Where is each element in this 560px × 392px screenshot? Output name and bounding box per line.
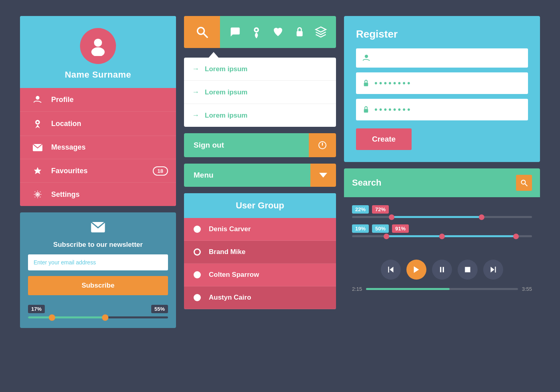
menu-chevron-button[interactable] [310, 164, 336, 187]
player-play-button[interactable] [406, 260, 426, 280]
player-card: 2:15 3:55 [344, 252, 540, 300]
svg-rect-24 [440, 267, 441, 272]
register-title: Register [356, 28, 528, 40]
user-item-2[interactable]: Colten Sparrow [184, 264, 336, 286]
nav-label-messages: Messages [51, 143, 86, 152]
search-header: Search [344, 168, 540, 197]
search-slider2-fill [386, 235, 516, 237]
heart-icon[interactable] [272, 26, 284, 38]
search-slider1-tag2: 72% [372, 205, 389, 214]
location-icon[interactable] [251, 26, 262, 38]
password-field-1[interactable]: •••••••• [356, 72, 528, 94]
star-icon [32, 166, 43, 175]
search-slider2-thumb-3[interactable] [513, 234, 519, 239]
arrow-right-icon-1: → [192, 65, 199, 73]
nav-label-favourites: Favourites [51, 167, 88, 175]
search-card: Search 22% 72% [344, 168, 540, 245]
player-rewind-button[interactable] [381, 260, 401, 280]
newsletter-title: Subscribe to our newsletter [53, 241, 143, 249]
nav-item-profile[interactable]: Profile [20, 88, 176, 112]
nav-item-messages[interactable]: Messages [20, 136, 176, 159]
register-card: Register •••••••• •••••••• Create [344, 16, 540, 162]
middle-column: → Lorem ipsum → Lorem ipsum → Lorem ipsu… [184, 16, 336, 376]
nav-item-settings[interactable]: Settings [20, 183, 176, 206]
search-icon-tab[interactable] [184, 16, 220, 48]
search-submit-button[interactable] [516, 175, 532, 191]
dropdown-item-3[interactable]: → Lorem ipsum [184, 104, 336, 127]
svg-point-7 [36, 193, 39, 196]
user-status-dot-3 [194, 294, 201, 301]
user-item-3[interactable]: Austyn Cairo [184, 286, 336, 309]
svg-point-4 [37, 121, 39, 123]
search-slider2-track[interactable] [352, 235, 532, 237]
username-field[interactable] [356, 48, 528, 68]
svg-point-0 [94, 39, 102, 47]
right-column: Register •••••••• •••••••• Create Search [344, 16, 540, 376]
user-group-title: User Group [184, 193, 336, 218]
envelope-icon [32, 144, 43, 151]
dropdown-item-1[interactable]: → Lorem ipsum [184, 58, 336, 81]
slider1-track[interactable] [28, 316, 168, 318]
nav-item-location[interactable]: Location [20, 112, 176, 136]
player-controls [352, 260, 532, 280]
svg-point-17 [365, 55, 368, 58]
subscribe-button[interactable]: Subscribe [28, 276, 168, 295]
dropdown-container: → Lorem ipsum → Lorem ipsum → Lorem ipsu… [184, 58, 336, 127]
dropdown-label-2: Lorem ipsum [205, 88, 248, 96]
email-input[interactable] [28, 254, 168, 270]
profile-card: Name Surname Profile Location [20, 16, 176, 206]
slider1-label-right: 55% [151, 305, 168, 313]
svg-point-20 [521, 180, 525, 184]
dropdown-item-2[interactable]: → Lorem ipsum [184, 81, 336, 104]
dropdown-label-3: Lorem ipsum [205, 112, 248, 120]
signout-icon-button[interactable] [309, 133, 336, 157]
chat-icon[interactable] [229, 26, 241, 38]
signout-row: Sign out [184, 133, 336, 157]
top-navbar [184, 16, 336, 48]
svg-line-11 [204, 34, 208, 38]
create-button[interactable]: Create [356, 128, 412, 150]
search-slider2-thumb-2[interactable] [439, 234, 445, 239]
nav-label-profile: Profile [51, 96, 74, 104]
left-column: Name Surname Profile Location [20, 16, 176, 376]
signout-button[interactable]: Sign out [184, 133, 309, 157]
svg-point-10 [198, 28, 204, 34]
player-stop-button[interactable] [458, 260, 478, 280]
menu-button[interactable]: Menu [184, 164, 310, 187]
user-item-0[interactable]: Denis Carver [184, 218, 336, 241]
svg-marker-6 [34, 167, 41, 174]
arrow-right-icon-2: → [192, 88, 199, 96]
search-slider2-tag3: 91% [392, 224, 409, 233]
lock-icon[interactable] [294, 26, 305, 38]
nav-item-favourites[interactable]: Favourites 18 [20, 159, 176, 183]
dropdown-label-1: Lorem ipsum [205, 65, 248, 73]
svg-line-21 [525, 184, 528, 186]
svg-point-2 [36, 96, 39, 100]
search-slider-2-labels: 19% 50% 91% [352, 224, 532, 233]
time-total: 3:55 [522, 286, 532, 292]
user-name-3: Austyn Cairo [209, 294, 251, 302]
search-slider1-thumb-left[interactable] [389, 214, 394, 220]
search-slider1-thumb-right[interactable] [479, 214, 484, 220]
search-slider1-track[interactable] [352, 216, 532, 218]
user-item-1[interactable]: Brand Mike [184, 241, 336, 264]
password-dots-2: •••••••• [374, 104, 412, 115]
person-icon [32, 95, 43, 104]
search-slider-1: 22% 72% [352, 205, 532, 218]
search-slider1-tag1: 22% [352, 205, 369, 214]
profile-name: Name Surname [65, 70, 131, 80]
cube-icon[interactable] [315, 26, 327, 38]
slider1-label-left: 17% [28, 305, 45, 313]
slider1-thumb-left[interactable] [49, 314, 55, 321]
newsletter-card: Subscribe to our newsletter Subscribe 17… [20, 212, 176, 328]
search-slider1-fill [392, 216, 482, 218]
password-field-2[interactable]: •••••••• [356, 99, 528, 120]
timeline-track[interactable] [366, 288, 518, 290]
user-name-0: Denis Carver [209, 225, 251, 233]
menu-row: Menu [184, 164, 336, 187]
search-slider2-thumb-1[interactable] [384, 234, 389, 239]
pin-icon [32, 119, 43, 128]
player-pause-button[interactable] [432, 260, 452, 280]
player-fastforward-button[interactable] [483, 260, 503, 280]
slider1-thumb-right[interactable] [102, 314, 108, 321]
